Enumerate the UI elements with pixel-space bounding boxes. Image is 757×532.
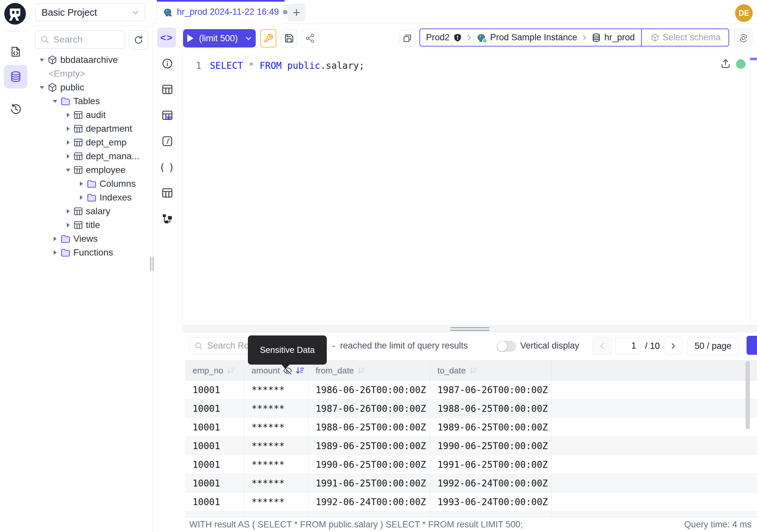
cell-from-date[interactable]: 1986-06-26T00:00:00Z — [308, 381, 430, 399]
instance-name[interactable]: Prod Sample Instance — [490, 32, 577, 43]
tree-item-department[interactable]: department — [31, 122, 153, 136]
tree-item-bbdataarchive[interactable]: bbdataarchive — [31, 53, 153, 67]
share-button[interactable] — [301, 29, 319, 47]
tab-hr-prod[interactable]: hr_prod 2024-11-22 16:49 — [157, 0, 285, 24]
cell-emp-no[interactable]: 10001 — [185, 418, 244, 436]
tree-item-salary[interactable]: salary — [31, 204, 153, 218]
caret-right-icon[interactable] — [66, 209, 71, 214]
sort-icon[interactable] — [226, 366, 235, 375]
caret-down-icon[interactable] — [66, 168, 71, 172]
caret-right-icon[interactable] — [66, 112, 71, 118]
cell-amount[interactable]: ****** — [244, 493, 308, 511]
table-row[interactable]: 10001******1989-06-25T00:00:00Z1990-06-2… — [185, 437, 757, 455]
new-tab-button[interactable]: + — [288, 4, 306, 22]
environment-name[interactable]: Prod2 — [426, 32, 449, 43]
tree-item-dept-mana[interactable]: dept_mana... — [31, 149, 153, 163]
next-page-button[interactable] — [664, 337, 682, 355]
cell-emp-no[interactable]: 10001 — [185, 455, 244, 474]
table-row[interactable]: 10001******1993-06-24T00:00:00Z1994-06-2… — [185, 511, 757, 517]
cell-amount[interactable]: ****** — [244, 418, 308, 436]
save-button[interactable] — [281, 29, 297, 47]
cell-from-date[interactable]: 1992-06-24T00:00:00Z — [308, 493, 430, 511]
result-scrollbar-thumb[interactable] — [745, 361, 750, 429]
caret-right-icon[interactable] — [66, 140, 71, 145]
rail-database-button[interactable] — [4, 65, 27, 88]
sensitive-data-button[interactable] — [160, 108, 174, 122]
tree-item-employee[interactable]: employee — [31, 163, 153, 177]
vertical-display-toggle[interactable] — [497, 341, 516, 352]
page-size-select[interactable]: 50 / page — [687, 337, 739, 355]
table-row[interactable]: 10001******1987-06-26T00:00:00Z1988-06-2… — [185, 399, 757, 418]
cell-from-date[interactable]: 1987-06-26T00:00:00Z — [308, 399, 430, 418]
cell-from-date[interactable]: 1990-06-25T00:00:00Z — [308, 455, 430, 474]
tree-item-tables[interactable]: Tables — [31, 94, 153, 108]
cell-to-date[interactable]: 1994-06-24T00:00:00Z — [430, 511, 551, 517]
cell-to-date[interactable]: 1990-06-25T00:00:00Z — [430, 437, 551, 455]
caret-right-icon[interactable] — [66, 154, 71, 159]
caret-down-icon[interactable] — [39, 85, 45, 89]
ai-assistant-button[interactable] — [734, 29, 752, 47]
bytebase-logo[interactable] — [4, 3, 26, 24]
cell-emp-no[interactable]: 10001 — [185, 381, 244, 399]
cell-amount[interactable]: ****** — [244, 399, 308, 418]
tree-item-empty[interactable]: <Empty> — [31, 67, 153, 80]
tree-item-title[interactable]: title — [31, 218, 153, 232]
export-button[interactable] — [746, 336, 757, 355]
database-name[interactable]: hr_prod — [604, 32, 635, 43]
sort-icon[interactable] — [469, 366, 478, 375]
cell-emp-no[interactable]: 10001 — [185, 399, 244, 418]
cell-amount[interactable]: ****** — [244, 455, 308, 474]
cell-to-date[interactable]: 1992-06-24T00:00:00Z — [430, 474, 551, 492]
cell-amount[interactable]: ****** — [244, 511, 308, 517]
cell-from-date[interactable]: 1988-06-25T00:00:00Z — [308, 418, 430, 436]
table-row[interactable]: 10001******1991-06-25T00:00:00Z1992-06-2… — [185, 474, 757, 493]
cell-amount[interactable]: ****** — [244, 381, 308, 399]
project-selector[interactable]: Basic Project — [35, 4, 145, 21]
caret-right-icon[interactable] — [78, 195, 84, 200]
caret-right-icon[interactable] — [66, 126, 71, 131]
prev-page-button[interactable] — [592, 337, 612, 355]
tree-item-audit[interactable]: audit — [31, 108, 153, 122]
cell-emp-no[interactable]: 10001 — [185, 437, 244, 455]
cell-emp-no[interactable]: 10001 — [185, 511, 244, 517]
rail-worksheet-button[interactable] — [4, 40, 27, 64]
sidebar-search-input[interactable]: Search — [35, 30, 125, 49]
cell-from-date[interactable]: 1993-06-24T00:00:00Z — [308, 511, 430, 517]
cell-amount[interactable]: ****** — [244, 474, 308, 492]
schema-diagram-button[interactable] — [160, 212, 174, 226]
sql-editor[interactable]: 1 SELECT * FROM public.salary; — [182, 49, 757, 326]
cell-to-date[interactable]: 1991-06-25T00:00:00Z — [430, 455, 551, 474]
procedure-button[interactable]: ( ) — [160, 160, 174, 174]
caret-right-icon[interactable] — [78, 181, 84, 186]
user-avatar[interactable]: DE — [735, 4, 753, 22]
table-row[interactable]: 10001******1988-06-25T00:00:00Z1989-06-2… — [185, 418, 757, 437]
table-panel-button[interactable] — [160, 82, 174, 97]
tree-item-indexes[interactable]: Indexes — [31, 191, 153, 204]
cell-emp-no[interactable]: 10001 — [185, 474, 244, 492]
tree-item-columns[interactable]: Columns — [31, 177, 153, 191]
format-sql-button[interactable] — [260, 29, 276, 47]
table-row[interactable]: 10001******1992-06-24T00:00:00Z1993-06-2… — [185, 493, 757, 511]
table-row[interactable]: 10001******1990-06-25T00:00:00Z1991-06-2… — [185, 455, 757, 474]
sort-icon[interactable] — [295, 366, 305, 375]
batch-query-button[interactable] — [400, 30, 415, 47]
table-row[interactable]: 10001******1986-06-26T00:00:00Z1987-06-2… — [185, 381, 757, 399]
caret-right-icon[interactable] — [52, 236, 58, 241]
run-query-button[interactable]: (limit 500) — [183, 29, 256, 47]
panel-resize-handle[interactable] — [182, 325, 757, 332]
sort-icon[interactable] — [357, 366, 366, 375]
editor-toggle-button[interactable]: <> — [157, 27, 176, 47]
tree-item-functions[interactable]: Functions — [31, 246, 153, 260]
tree-item-views[interactable]: Views — [31, 232, 153, 246]
external-table-button[interactable] — [160, 186, 174, 200]
cell-from-date[interactable]: 1991-06-25T00:00:00Z — [308, 474, 430, 492]
upload-icon[interactable] — [720, 58, 731, 69]
column-header-from-date[interactable]: from_date — [308, 361, 430, 380]
refresh-button[interactable] — [129, 30, 148, 49]
rail-history-button[interactable] — [4, 97, 27, 121]
cell-to-date[interactable]: 1993-06-24T00:00:00Z — [430, 493, 551, 511]
cell-from-date[interactable]: 1989-06-25T00:00:00Z — [308, 437, 430, 455]
cell-to-date[interactable]: 1989-06-25T00:00:00Z — [430, 418, 551, 436]
function-button[interactable]: f — [160, 134, 174, 148]
info-button[interactable] — [160, 56, 174, 71]
